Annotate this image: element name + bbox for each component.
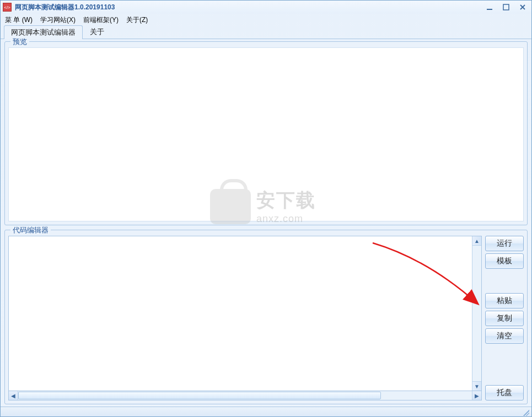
scroll-thumb-horizontal[interactable] [18, 392, 381, 399]
svg-rect-0 [487, 9, 492, 10]
run-button[interactable]: 运行 [485, 236, 524, 251]
menu-item-main[interactable]: 菜 单 (W) [5, 15, 33, 25]
client-area: 预览 代码编辑器 ▲ ▼ ◀ [4, 41, 528, 404]
window-controls [483, 3, 529, 12]
maximize-button[interactable] [499, 3, 513, 12]
vertical-scrollbar[interactable]: ▲ ▼ [472, 236, 481, 391]
menubar: 菜 单 (W) 学习网站(X) 前端框架(Y) 关于(Z) [1, 14, 531, 26]
app-window: </> 网页脚本测试编辑器1.0.20191103 菜 单 (W) 学习网站(X… [0, 0, 532, 417]
preview-legend: 预览 [10, 37, 29, 47]
code-editor-panel: 代码编辑器 ▲ ▼ ◀ [4, 230, 528, 404]
menu-item-framework[interactable]: 前端框架(Y) [83, 15, 119, 25]
template-button[interactable]: 模板 [485, 253, 524, 269]
preview-panel: 预览 [4, 41, 528, 225]
scroll-up-icon[interactable]: ▲ [472, 236, 481, 246]
scroll-down-icon[interactable]: ▼ [472, 381, 481, 391]
scroll-track-horizontal[interactable] [18, 391, 472, 400]
tray-button[interactable]: 托盘 [485, 385, 524, 400]
scroll-left-icon[interactable]: ◀ [9, 391, 18, 400]
titlebar: </> 网页脚本测试编辑器1.0.20191103 [1, 1, 531, 14]
statusbar [1, 407, 531, 416]
tab-about[interactable]: 关于 [83, 25, 111, 39]
code-editor-wrap: ▲ ▼ [8, 236, 482, 391]
scroll-track-vertical[interactable] [472, 246, 481, 381]
window-title: 网页脚本测试编辑器1.0.20191103 [15, 3, 483, 12]
horizontal-scrollbar[interactable]: ◀ ▶ [8, 391, 482, 400]
paste-button[interactable]: 粘贴 [485, 293, 524, 308]
tabbar: 网页脚本测试编辑器 关于 [1, 26, 531, 39]
editor-legend: 代码编辑器 [10, 225, 51, 235]
copy-button[interactable]: 复制 [485, 311, 524, 326]
clear-button[interactable]: 清空 [485, 328, 524, 344]
resize-grip-icon[interactable] [522, 408, 529, 416]
code-editor[interactable] [9, 236, 472, 391]
scroll-right-icon[interactable]: ▶ [472, 391, 481, 400]
app-icon: </> [3, 3, 12, 12]
menu-item-learn[interactable]: 学习网站(X) [40, 15, 76, 25]
svg-rect-1 [503, 4, 509, 10]
close-button[interactable] [516, 3, 529, 12]
menu-item-about[interactable]: 关于(Z) [126, 15, 148, 25]
minimize-button[interactable] [483, 3, 496, 12]
side-buttons: 运行 模板 粘贴 复制 清空 托盘 [485, 236, 524, 400]
preview-surface[interactable] [8, 47, 524, 221]
